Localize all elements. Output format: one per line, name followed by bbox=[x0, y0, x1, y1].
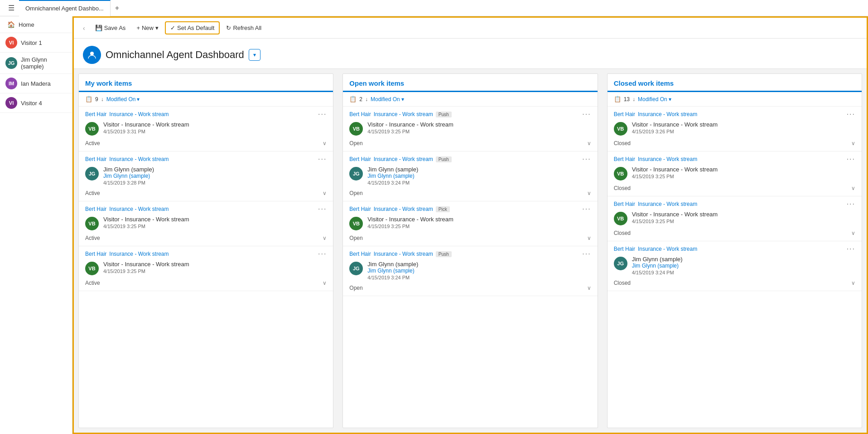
card-stream[interactable]: Insurance - Work stream bbox=[374, 156, 433, 162]
sort-label-2[interactable]: Modified On ▾ bbox=[638, 96, 671, 102]
card-header-left: Bert Hair Insurance - Work stream Push bbox=[349, 251, 451, 257]
save-as-button[interactable]: 💾 Save As bbox=[91, 22, 130, 34]
card-more-button[interactable]: ··· bbox=[318, 110, 327, 118]
count-badge-1: 2 bbox=[359, 96, 362, 102]
card-header: Bert Hair Insurance - Work stream ··· bbox=[85, 250, 327, 258]
card-stream[interactable]: Insurance - Work stream bbox=[109, 206, 169, 212]
card-agent[interactable]: Bert Hair bbox=[614, 156, 635, 162]
page-dropdown-button[interactable]: ▾ bbox=[249, 49, 260, 61]
card-header-left: Bert Hair Insurance - Work stream bbox=[85, 156, 169, 162]
card-name-link[interactable]: Jim Glynn (sample) bbox=[632, 263, 855, 269]
card-agent[interactable]: Bert Hair bbox=[85, 206, 106, 212]
card-more-button[interactable]: ··· bbox=[582, 110, 591, 118]
card-stream[interactable]: Insurance - Work stream bbox=[109, 156, 169, 162]
new-label: New bbox=[142, 24, 154, 31]
card-more-button[interactable]: ··· bbox=[582, 205, 591, 213]
card-chevron-icon[interactable]: ∨ bbox=[851, 280, 855, 286]
set-as-default-button[interactable]: ✓ Set As Default bbox=[165, 21, 220, 34]
card-chevron-icon[interactable]: ∨ bbox=[587, 190, 591, 196]
card-chevron-icon[interactable]: ∨ bbox=[587, 285, 591, 291]
card-name-link[interactable]: Jim Glynn (sample) bbox=[367, 268, 591, 274]
card-status: Active bbox=[85, 235, 100, 241]
card-info: Visitor - Insurance - Work stream 4/15/2… bbox=[103, 261, 327, 274]
hamburger-icon[interactable]: ☰ bbox=[4, 0, 19, 16]
sort-chevron-icon: ▾ bbox=[669, 96, 671, 102]
card-chevron-icon[interactable]: ∨ bbox=[587, 235, 591, 241]
card-more-button[interactable]: ··· bbox=[847, 200, 855, 208]
card-stream[interactable]: Insurance - Work stream bbox=[638, 111, 697, 117]
sidebar-avatar-2: IM bbox=[5, 78, 17, 89]
card-chevron-icon[interactable]: ∨ bbox=[323, 190, 327, 196]
card-stream[interactable]: Insurance - Work stream bbox=[109, 111, 169, 117]
card-stream[interactable]: Insurance - Work stream bbox=[638, 201, 697, 207]
card-avatar: VB bbox=[614, 122, 627, 136]
card-info: Visitor - Insurance - Work stream 4/15/2… bbox=[632, 166, 855, 179]
card-badge: Push bbox=[436, 112, 452, 117]
card-more-button[interactable]: ··· bbox=[847, 245, 855, 253]
active-tab[interactable]: Omnichannel Agent Dashbo... bbox=[19, 0, 111, 16]
card-stream[interactable]: Insurance - Work stream bbox=[638, 156, 697, 162]
card-agent[interactable]: Bert Hair bbox=[614, 246, 635, 252]
card-status: Active bbox=[85, 280, 100, 286]
card-agent[interactable]: Bert Hair bbox=[614, 201, 635, 207]
card-more-button[interactable]: ··· bbox=[847, 155, 855, 163]
tab-add-button[interactable]: + bbox=[111, 0, 124, 16]
card-more-button[interactable]: ··· bbox=[847, 110, 855, 118]
card-status: Closed bbox=[614, 280, 631, 286]
card-agent[interactable]: Bert Hair bbox=[349, 156, 371, 162]
card-footer: Active ∨ bbox=[85, 233, 327, 241]
card-body: VB Visitor - Insurance - Work stream 4/1… bbox=[85, 216, 327, 230]
tab-label: Omnichannel Agent Dashbo... bbox=[25, 5, 104, 12]
card-body: JG Jim Glynn (sample) Jim Glynn (sample)… bbox=[614, 256, 855, 275]
card-chevron-icon[interactable]: ∨ bbox=[851, 140, 855, 146]
card-footer: Active ∨ bbox=[85, 188, 327, 196]
card-more-button[interactable]: ··· bbox=[318, 250, 327, 258]
card-chevron-icon[interactable]: ∨ bbox=[323, 280, 327, 286]
card-agent[interactable]: Bert Hair bbox=[85, 111, 106, 117]
sidebar-item-3[interactable]: VI Visitor 4 bbox=[0, 93, 72, 113]
sidebar-item-0[interactable]: VI Visitor 1 bbox=[0, 33, 72, 53]
card-chevron-icon[interactable]: ∨ bbox=[851, 230, 855, 236]
sidebar-home[interactable]: 🏠 Home bbox=[0, 16, 72, 33]
sidebar-item-2[interactable]: IM Ian Madera bbox=[0, 74, 72, 93]
card-info: Jim Glynn (sample) Jim Glynn (sample) 4/… bbox=[367, 261, 591, 280]
card-agent[interactable]: Bert Hair bbox=[349, 251, 371, 257]
sort-label-1[interactable]: Modified On ▾ bbox=[371, 96, 404, 102]
card-chevron-icon[interactable]: ∨ bbox=[323, 235, 327, 241]
card-chevron-icon[interactable]: ∨ bbox=[323, 140, 327, 146]
card-more-button[interactable]: ··· bbox=[582, 155, 591, 163]
card-stream[interactable]: Insurance - Work stream bbox=[638, 246, 697, 252]
check-icon: ✓ bbox=[170, 24, 175, 31]
card-more-button[interactable]: ··· bbox=[318, 205, 327, 213]
card-agent[interactable]: Bert Hair bbox=[349, 111, 371, 117]
card-stream[interactable]: Insurance - Work stream bbox=[374, 251, 433, 257]
sort-label-0[interactable]: Modified On ▾ bbox=[106, 96, 140, 102]
card-stream[interactable]: Insurance - Work stream bbox=[374, 206, 433, 212]
card-more-button[interactable]: ··· bbox=[318, 155, 327, 163]
card-date: 4/15/2019 3:24 PM bbox=[632, 270, 855, 275]
card-agent[interactable]: Bert Hair bbox=[349, 206, 371, 212]
sidebar-item-1[interactable]: JG Jim Glynn (sample) bbox=[0, 53, 72, 74]
card-more-button[interactable]: ··· bbox=[582, 250, 591, 258]
card-chevron-icon[interactable]: ∨ bbox=[587, 140, 591, 146]
work-item-card: Bert Hair Insurance - Work stream Push ·… bbox=[343, 246, 597, 296]
card-info: Visitor - Insurance - Work stream 4/15/2… bbox=[367, 121, 591, 134]
card-avatar: JG bbox=[614, 257, 627, 270]
card-stream[interactable]: Insurance - Work stream bbox=[109, 251, 169, 257]
sidebar-label-3: Visitor 4 bbox=[21, 100, 42, 107]
card-body: VB Visitor - Insurance - Work stream 4/1… bbox=[614, 121, 855, 136]
page-title: Omnichannel Agent Dashboard bbox=[106, 49, 244, 61]
card-agent[interactable]: Bert Hair bbox=[614, 111, 635, 117]
card-chevron-icon[interactable]: ∨ bbox=[851, 185, 855, 191]
card-agent[interactable]: Bert Hair bbox=[85, 251, 106, 257]
card-stream[interactable]: Insurance - Work stream bbox=[374, 111, 433, 117]
back-button[interactable]: ‹ bbox=[79, 23, 89, 34]
refresh-all-button[interactable]: ↻ Refresh All bbox=[222, 22, 266, 34]
work-item-card: Bert Hair Insurance - Work stream ··· VB… bbox=[79, 246, 333, 291]
card-agent[interactable]: Bert Hair bbox=[85, 156, 106, 162]
card-name-link[interactable]: Jim Glynn (sample) bbox=[367, 173, 591, 179]
new-button[interactable]: + New ▾ bbox=[132, 22, 163, 34]
card-header-left: Bert Hair Insurance - Work stream bbox=[614, 246, 698, 252]
set-as-default-label: Set As Default bbox=[177, 24, 214, 31]
card-name-link[interactable]: Jim Glynn (sample) bbox=[103, 173, 327, 179]
